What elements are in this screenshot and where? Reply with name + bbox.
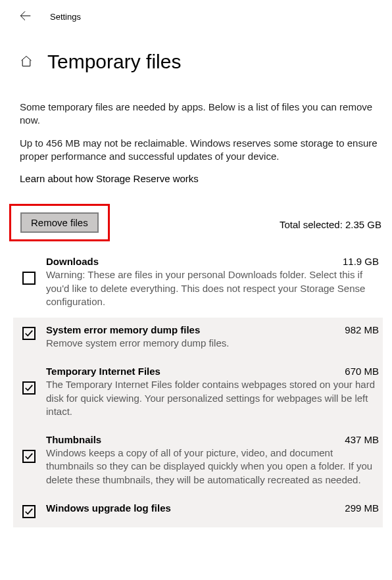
file-item-thumbnails[interactable]: Thumbnails 437 MB Windows keeps a copy o… <box>13 427 383 496</box>
file-size: 11.9 GB <box>336 256 379 267</box>
checkbox-windows-upgrade-logs[interactable] <box>22 505 36 518</box>
page-title: Temporary files <box>47 51 181 73</box>
file-name: Temporary Internet Files <box>46 366 160 377</box>
intro-paragraph-1: Some temporary files are needed by apps.… <box>20 101 379 128</box>
title-row: Temporary files <box>0 31 392 78</box>
top-bar: Settings <box>0 0 392 31</box>
file-name: System error memory dump files <box>46 324 200 335</box>
remove-files-button[interactable]: Remove files <box>20 212 99 233</box>
home-icon[interactable] <box>20 55 33 70</box>
file-size: 982 MB <box>338 324 379 335</box>
file-size: 670 MB <box>338 366 379 377</box>
action-row: Remove files Total selected: 2.35 GB <box>0 195 392 241</box>
checkbox-downloads[interactable] <box>22 272 36 285</box>
file-description: The Temporary Internet Files folder cont… <box>46 378 379 418</box>
back-arrow-icon[interactable] <box>18 9 32 24</box>
checkbox-temp-internet-files[interactable] <box>22 381 36 395</box>
settings-label: Settings <box>50 12 81 22</box>
highlight-annotation: Remove files <box>9 204 110 241</box>
intro-paragraph-2: Up to 456 MB may not be reclaimable. Win… <box>20 137 379 164</box>
file-item-windows-upgrade-logs[interactable]: Windows upgrade log files 299 MB <box>13 496 383 527</box>
file-description: Remove system error memory dump files. <box>46 337 379 350</box>
checkbox-thumbnails[interactable] <box>22 450 36 463</box>
total-selected-label: Total selected: 2.35 GB <box>280 219 383 230</box>
file-description: Warning: These are files in your persona… <box>46 268 379 308</box>
file-name: Windows upgrade log files <box>46 502 171 514</box>
file-size: 299 MB <box>338 502 379 514</box>
file-item-temp-internet-files[interactable]: Temporary Internet Files 670 MB The Temp… <box>13 359 383 427</box>
file-item-downloads[interactable]: Downloads 11.9 GB Warning: These are fil… <box>13 249 383 318</box>
body-text: Some temporary files are needed by apps.… <box>0 78 392 185</box>
file-description: Windows keeps a copy of all of your pict… <box>46 447 379 487</box>
storage-reserve-link[interactable]: Learn about how Storage Reserve works <box>20 172 379 185</box>
file-item-system-error-dump[interactable]: System error memory dump files 982 MB Re… <box>13 318 383 359</box>
file-list: Downloads 11.9 GB Warning: These are fil… <box>0 241 392 527</box>
file-name: Thumbnails <box>46 434 101 445</box>
file-size: 437 MB <box>338 434 379 445</box>
file-name: Downloads <box>46 256 99 267</box>
checkbox-system-error-dump[interactable] <box>22 327 36 340</box>
